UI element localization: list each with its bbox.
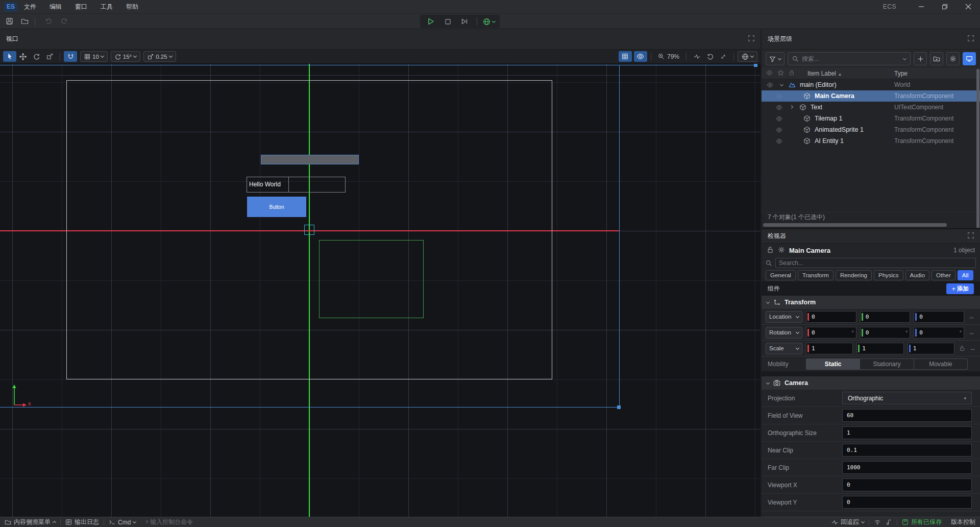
scale-y-field[interactable] — [856, 343, 903, 354]
content-drawer-button[interactable]: 内容侧滑菜单 — [0, 517, 60, 527]
rotate-tool-button[interactable] — [30, 51, 43, 62]
entity-bounds-rect[interactable] — [319, 240, 424, 318]
version-control-button[interactable]: 版本控制 — [946, 518, 980, 526]
close-button[interactable] — [957, 0, 980, 13]
rotation-mode-dropdown[interactable]: Rotation — [766, 327, 802, 339]
rotation-y-field[interactable]: ° — [860, 327, 911, 339]
add-component-button[interactable]: + 添加 — [946, 283, 974, 294]
grid-snap-dropdown[interactable]: 10 — [80, 51, 108, 62]
cmd-dropdown[interactable]: Cmd — [104, 517, 140, 527]
inspector-search-input[interactable] — [779, 259, 972, 267]
scene-canvas[interactable]: Hello World Button x — [0, 64, 761, 517]
run-target-globe-dropdown[interactable] — [483, 16, 495, 27]
viewport-x-input[interactable] — [842, 478, 972, 491]
hierarchy-search-box[interactable] — [788, 52, 911, 65]
column-type[interactable]: Type — [894, 70, 908, 77]
hierarchy-row-tilemap[interactable]: Tilemap 1 TransformComponent — [762, 113, 980, 124]
hierarchy-expand-icon[interactable] — [968, 35, 974, 43]
hierarchy-row-animatedsprite[interactable]: AnimatedSprite 1 TransformComponent — [762, 124, 980, 135]
rotation-x-field[interactable]: ° — [806, 327, 856, 339]
filter-button[interactable] — [766, 52, 785, 65]
visibility-eye-icon[interactable] — [776, 115, 782, 122]
tab-physics[interactable]: Physics — [874, 270, 903, 280]
menu-edit[interactable]: 编辑 — [43, 0, 68, 13]
add-entity-button[interactable] — [914, 52, 927, 65]
hierarchy-row-main-camera[interactable]: Main Camera TransformComponent — [762, 90, 980, 102]
undo-icon[interactable] — [42, 16, 55, 27]
tab-other[interactable]: Other — [932, 270, 955, 280]
location-y-field[interactable] — [860, 311, 911, 323]
move-tool-button[interactable] — [16, 51, 30, 62]
select-tool-button[interactable] — [3, 51, 16, 62]
new-folder-button[interactable] — [930, 52, 943, 65]
menu-help[interactable]: 帮助 — [119, 0, 145, 13]
hierarchy-row-world[interactable]: main (Editor) World — [762, 79, 980, 90]
location-z-field[interactable] — [914, 311, 964, 323]
selected-camera-gizmo[interactable] — [304, 225, 314, 235]
field-of-view-input[interactable] — [842, 409, 972, 422]
lock-open-icon[interactable] — [767, 246, 774, 255]
scale-snap-dropdown[interactable]: 0.25 — [143, 51, 176, 62]
link-axes-icon[interactable]: ↔ — [968, 313, 976, 320]
viewport-y-input[interactable] — [842, 496, 972, 509]
scale-x-field[interactable] — [806, 343, 853, 354]
tab-transform[interactable]: Transform — [798, 270, 834, 280]
minimize-button[interactable] — [910, 0, 933, 13]
location-x-field[interactable] — [806, 311, 856, 323]
expander-chevron-right-icon[interactable] — [790, 107, 793, 108]
app-logo[interactable]: ES — [4, 2, 17, 12]
link-axes-icon[interactable]: ↔ — [968, 329, 976, 336]
design-bounds-handle[interactable] — [754, 64, 757, 67]
redo-icon[interactable] — [58, 16, 70, 27]
play-button[interactable] — [425, 16, 437, 27]
fullscreen-view-button[interactable] — [717, 51, 730, 62]
audio-jack-icon[interactable] — [886, 519, 897, 525]
network-status-icon[interactable] — [869, 519, 886, 525]
tab-general[interactable]: General — [766, 270, 796, 280]
step-button[interactable] — [458, 16, 471, 27]
projection-dropdown[interactable]: Orthographic ▾ — [842, 392, 972, 404]
tab-audio[interactable]: Audio — [905, 270, 929, 280]
design-bounds-handle[interactable] — [617, 405, 621, 409]
hierarchy-hscrollbar[interactable] — [762, 222, 980, 228]
menu-window[interactable]: 窗口 — [68, 0, 94, 13]
tab-rendering[interactable]: Rendering — [836, 270, 872, 280]
mobility-static-option[interactable]: Static — [806, 359, 860, 369]
orthographic-size-input[interactable] — [842, 426, 972, 439]
hierarchy-settings-button[interactable] — [946, 52, 960, 65]
mobility-movable-option[interactable]: Movable — [914, 359, 967, 369]
transform-section-header[interactable]: Transform — [762, 296, 980, 309]
open-folder-icon[interactable] — [18, 16, 31, 27]
runtime-view-toggle-button[interactable] — [963, 52, 976, 65]
ui-button-element[interactable]: Button — [247, 197, 306, 217]
hierarchy-vscrollbar[interactable] — [976, 69, 979, 228]
tab-all[interactable]: All — [958, 270, 973, 280]
visibility-eye-icon[interactable] — [776, 138, 782, 145]
gear-icon[interactable] — [778, 246, 785, 255]
menu-file[interactable]: 文件 — [17, 0, 43, 13]
location-mode-dropdown[interactable]: Location — [766, 311, 802, 323]
inspector-expand-icon[interactable] — [968, 232, 974, 240]
scale-tool-button[interactable] — [43, 51, 56, 62]
uniform-scale-lock-icon[interactable] — [958, 345, 966, 351]
console-command-input[interactable]: 输入控制台命令 — [140, 517, 198, 527]
reset-view-button[interactable] — [703, 51, 717, 62]
column-item-label[interactable]: Item Label ▲ — [807, 70, 842, 77]
ui-text-element[interactable]: Hello World — [247, 177, 346, 193]
output-log-button[interactable]: 输出日志 — [61, 517, 104, 527]
world-view-dropdown[interactable] — [738, 51, 757, 62]
scale-z-field[interactable] — [908, 343, 954, 354]
mobility-stationary-option[interactable]: Stationary — [860, 359, 914, 369]
rotation-z-field[interactable]: ° — [914, 327, 964, 339]
expander-chevron-down-icon[interactable] — [780, 84, 783, 86]
hierarchy-row-ai-entity[interactable]: AI Entity 1 TransformComponent — [762, 135, 980, 147]
trace-dropdown[interactable]: 回追踪 — [827, 518, 869, 526]
grid-toggle-button[interactable] — [619, 51, 632, 62]
hierarchy-row-text[interactable]: Text UITextComponent — [762, 102, 980, 113]
menu-tools[interactable]: 工具 — [94, 0, 119, 13]
save-icon[interactable] — [3, 16, 15, 27]
viewport-expand-icon[interactable] — [748, 35, 754, 43]
stop-button[interactable] — [442, 16, 454, 27]
gizmo-visibility-button[interactable] — [634, 51, 647, 62]
snap-magnet-button[interactable] — [64, 51, 77, 62]
